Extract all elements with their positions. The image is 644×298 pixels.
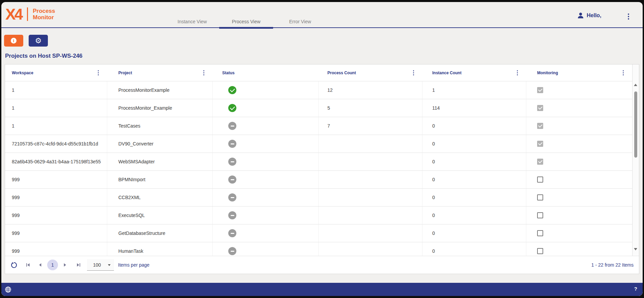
cell-instance-count: 0 (422, 189, 526, 206)
column-menu-kebab-icon[interactable] (622, 69, 625, 77)
cell-process-count: 5 (319, 99, 422, 117)
table-row[interactable]: 82a6b435-0629-4a31-b4aa-175198f13e55WebS… (5, 153, 632, 171)
cell-status (213, 153, 319, 170)
table-row[interactable]: 1ProcessMonitor_Example5114 (5, 99, 632, 117)
table-row[interactable]: 999BPMNImport0 (5, 171, 632, 189)
monitoring-checkbox[interactable] (537, 123, 543, 129)
monitoring-checkbox[interactable] (537, 248, 543, 254)
cell-monitoring (526, 117, 632, 135)
user-menu-kebab-icon[interactable] (627, 13, 630, 20)
cell-workspace: 1 (5, 117, 107, 135)
table-row[interactable]: 1ProcessMonitorExample121 (5, 81, 632, 99)
monitoring-checkbox[interactable] (537, 230, 543, 236)
table-row[interactable]: 999HumanTask0 (5, 242, 632, 256)
column-header-monitoring: Monitoring (526, 64, 632, 81)
cell-status (213, 207, 319, 224)
column-menu-kebab-icon[interactable] (97, 69, 100, 77)
column-label: Workspace (12, 71, 33, 75)
status-inactive-icon (228, 229, 236, 237)
status-inactive-icon (228, 193, 236, 201)
cell-process-count (319, 189, 422, 206)
column-menu-kebab-icon[interactable] (516, 69, 519, 77)
app-header: X4 Process Monitor Instance ViewProcess … (1, 2, 643, 28)
cell-status (213, 242, 319, 256)
user-greeting: Hello, (577, 12, 602, 19)
cell-project: ProcessMonitor_Example (107, 99, 213, 117)
status-inactive-icon (228, 247, 236, 255)
settings-button[interactable]: ⚙ (29, 35, 48, 47)
monitoring-checkbox[interactable] (537, 141, 543, 147)
page-size-select[interactable]: 100 (87, 259, 114, 271)
monitoring-checkbox[interactable] (537, 212, 543, 218)
cell-monitoring (526, 207, 632, 224)
cell-workspace: 999 (5, 189, 107, 206)
table-body: 1ProcessMonitorExample1211ProcessMonitor… (5, 81, 632, 256)
brand: X4 Process Monitor (5, 5, 55, 23)
tab-process-view[interactable]: Process View (219, 2, 273, 28)
tab-instance-view[interactable]: Instance View (165, 2, 219, 28)
current-page-button[interactable]: 1 (47, 260, 58, 270)
cell-monitoring (526, 153, 632, 170)
app-window: X4 Process Monitor Instance ViewProcess … (0, 0, 644, 298)
table-row[interactable]: 999CCB2XML0 (5, 189, 632, 207)
cell-instance-count: 0 (422, 224, 526, 242)
monitoring-checkbox[interactable] (537, 159, 543, 165)
cell-project: ExecuteSQL (107, 207, 213, 224)
cell-monitoring (526, 135, 632, 153)
cell-project: ProcessMonitorExample (107, 81, 213, 99)
cell-status (213, 171, 319, 188)
user-greeting-label: Hello, (587, 12, 602, 19)
dropdown-caret-icon (108, 264, 111, 266)
page-size-label: Items per page (118, 262, 149, 268)
next-page-icon[interactable] (62, 262, 68, 268)
scrollbar-thumb[interactable] (634, 91, 637, 158)
column-label: Status (222, 71, 235, 75)
cell-instance-count: 0 (422, 117, 526, 135)
cell-instance-count: 0 (422, 207, 526, 224)
cell-workspace: 999 (5, 224, 107, 242)
product-name-line2: Monitor (33, 14, 54, 21)
main-tabs: Instance ViewProcess ViewError View (165, 2, 327, 28)
cell-instance-count: 114 (422, 99, 526, 117)
cell-workspace: 999 (5, 171, 107, 188)
cell-instance-count: 0 (422, 135, 526, 153)
cell-monitoring (526, 189, 632, 206)
table-row[interactable]: 72105735-c87c-4cfd-9dc4-d55c91b1fb1dDV90… (5, 135, 632, 153)
scrollbar-up-icon[interactable] (634, 84, 637, 86)
cell-workspace: 72105735-c87c-4cfd-9dc4-d55c91b1fb1d (5, 135, 107, 153)
items-range-label: 1 - 22 from 22 Items (591, 262, 634, 268)
cell-workspace: 999 (5, 242, 107, 256)
column-menu-kebab-icon[interactable] (412, 69, 415, 77)
table-row[interactable]: 999ExecuteSQL0 (5, 207, 632, 224)
tab-error-view[interactable]: Error View (273, 2, 327, 28)
cell-workspace: 1 (5, 81, 107, 99)
help-button[interactable]: ? (634, 286, 637, 292)
monitoring-checkbox[interactable] (537, 177, 543, 183)
cell-instance-count: 0 (422, 153, 526, 170)
product-name-line1: Process (33, 8, 55, 14)
cell-process-count: 12 (319, 81, 422, 99)
gear-icon: ⚙ (35, 37, 42, 45)
cell-workspace: 1 (5, 99, 107, 117)
cell-process-count (319, 171, 422, 188)
previous-page-icon[interactable] (37, 262, 43, 268)
monitoring-checkbox[interactable] (537, 87, 543, 93)
last-page-icon[interactable] (76, 262, 82, 268)
table-row[interactable]: 999GetDatabaseStructure0 (5, 224, 632, 242)
scrollbar-down-icon[interactable] (634, 248, 637, 250)
monitoring-checkbox[interactable] (537, 194, 543, 200)
cell-process-count (319, 135, 422, 153)
first-page-icon[interactable] (25, 262, 31, 268)
info-button[interactable]: i (4, 35, 23, 47)
person-icon (577, 12, 584, 19)
cell-status (213, 224, 319, 242)
cell-process-count (319, 207, 422, 224)
column-menu-kebab-icon[interactable] (202, 69, 206, 77)
monitoring-checkbox[interactable] (537, 105, 543, 111)
vertical-scrollbar[interactable] (632, 64, 639, 256)
table-row[interactable]: 1TestCases70 (5, 117, 632, 135)
cell-workspace: 82a6b435-0629-4a31-b4aa-175198f13e55 (5, 153, 107, 170)
globe-icon[interactable] (5, 286, 11, 293)
cell-workspace: 999 (5, 207, 107, 224)
refresh-icon[interactable] (10, 262, 18, 269)
